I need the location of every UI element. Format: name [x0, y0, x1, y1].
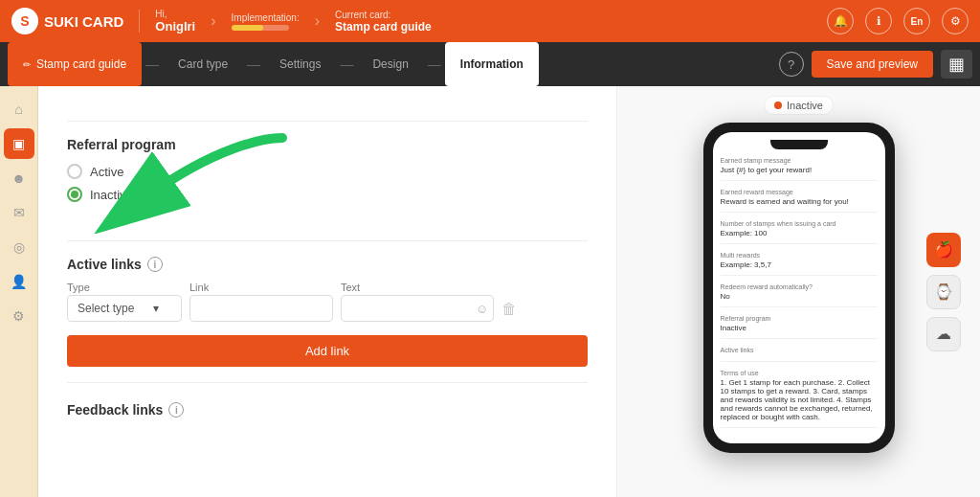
text-input[interactable] [341, 295, 494, 322]
type-select[interactable]: Select type ▾ [67, 295, 182, 322]
phone-row-value: Reward is earned and waiting for you! [721, 197, 878, 206]
side-actions: 🍎 ⌚ ☁ [926, 233, 961, 351]
sidebar-cards[interactable]: ▣ [4, 128, 34, 159]
type-field-group: Type Select type ▾ [67, 282, 182, 322]
phone-preview-row: Multi rewardsExample: 3,5,7 [721, 252, 878, 276]
impl-progress-fill [232, 25, 263, 31]
status-dot [774, 102, 782, 109]
add-link-button[interactable]: Add link [67, 335, 588, 367]
apple-wallet-btn[interactable]: 🍎 [926, 233, 961, 267]
active-label: Active [90, 165, 123, 179]
link-form-row: Type Select type ▾ Link Text ☺ [67, 282, 588, 322]
phone-notch [770, 140, 828, 149]
sidebar: ⌂ ▣ ☻ ✉ ◎ 👤 ⚙ [0, 86, 38, 497]
wizard-arrow-4: — [424, 56, 445, 72]
active-links-title-text: Active links [67, 257, 142, 272]
sidebar-messages[interactable]: ✉ [4, 197, 34, 228]
active-radio[interactable] [67, 164, 82, 179]
feedback-info-icon[interactable]: i [168, 402, 184, 418]
phone-row-value: No [721, 292, 878, 301]
phone-preview-row: Number of stamps when issuing a cardExam… [721, 220, 878, 244]
phone-row-value: Example: 3,5,7 [721, 260, 878, 269]
top-divider [67, 121, 588, 122]
phone-row-label: Multi rewards [721, 252, 878, 259]
phone-row-value: Example: 100 [721, 229, 878, 237]
phone-preview-row: Redeem reward automatically?No [721, 283, 878, 307]
current-card-name: Stamp card guide [335, 20, 432, 34]
hi-label: Hi, [155, 9, 195, 19]
inactive-radio[interactable] [67, 187, 82, 202]
delete-link-button[interactable]: 🗑 [501, 301, 517, 317]
sidebar-account[interactable]: 👤 [4, 266, 34, 297]
phone-row-value: 1. Get 1 stamp for each purchase. 2. Col… [721, 378, 878, 421]
type-placeholder: Select type [78, 302, 134, 315]
phone-content: Earned stamp messageJust {#} to get your… [721, 157, 878, 428]
app-name: SUKI CARD [44, 13, 123, 30]
status-badge: Inactive [764, 96, 834, 115]
topbar: S SUKI CARD Hi, OnigIri › Implementation… [0, 0, 980, 42]
sidebar-location[interactable]: ◎ [4, 232, 34, 262]
feedback-header: Feedback links i [67, 402, 588, 418]
middle-divider [67, 240, 588, 241]
phone-preview-row: Earned stamp messageJust {#} to get your… [721, 157, 878, 181]
link-input[interactable] [189, 295, 333, 322]
link-label: Link [189, 282, 333, 293]
chevron-down-icon: ▾ [153, 302, 159, 315]
wizard-step-information[interactable]: Information [445, 42, 539, 86]
wizard-step-stamp-card[interactable]: ✏ Stamp card guide [8, 42, 142, 86]
save-preview-button[interactable]: Save and preview [812, 51, 933, 78]
nav-arrow-right: › [211, 12, 215, 30]
emoji-icon[interactable]: ☺ [476, 302, 488, 316]
phone-preview-row: Earned reward messageReward is earned an… [721, 189, 878, 213]
settings-icon-btn[interactable]: ⚙ [942, 8, 969, 34]
phone-preview-row: Active links [721, 347, 878, 362]
phone-row-value: Inactive [721, 324, 878, 332]
wizard-arrow-2: — [243, 56, 264, 72]
phone-row-label: Redeem reward automatically? [721, 283, 878, 290]
active-links-header: Active links i [67, 257, 588, 272]
wizard-step-card-type[interactable]: Card type [163, 42, 243, 86]
wizard-arrow-3: — [336, 56, 357, 72]
bottom-divider [67, 382, 588, 383]
info-icon-btn[interactable]: ℹ [865, 8, 892, 34]
preview-panel: Inactive Earned stamp messageJust {#} to… [616, 86, 980, 497]
google-pay-btn[interactable]: ☁ [926, 317, 961, 351]
phone-row-label: Terms of use [721, 370, 878, 376]
wizard-step-design[interactable]: Design [357, 42, 423, 86]
sidebar-users[interactable]: ☻ [4, 163, 34, 193]
referral-radio-group: Active Inactive [67, 164, 588, 202]
phone-preview-row: Referral programInactive [721, 315, 878, 339]
impl-progress-bar [232, 25, 289, 31]
type-label: Type [67, 282, 182, 293]
phone-row-label: Number of stamps when issuing a card [721, 220, 878, 227]
phone-mockup: Earned stamp messageJust {#} to get your… [703, 123, 895, 453]
wizard-nav: ✏ Stamp card guide — Card type — Setting… [0, 42, 980, 86]
referral-active-option[interactable]: Active [67, 164, 588, 179]
qr-icon[interactable]: ▦ [941, 50, 972, 79]
text-label: Text [341, 282, 494, 293]
active-links-section: Active links i Type Select type ▾ Link T… [67, 257, 588, 367]
active-links-info-icon[interactable]: i [147, 257, 163, 272]
phone-row-label: Earned reward message [721, 189, 878, 195]
phone-row-label: Earned stamp message [721, 157, 878, 164]
wizard-right-actions: ? Save and preview ▦ [779, 50, 972, 79]
apple-watch-btn[interactable]: ⌚ [926, 275, 961, 309]
language-btn[interactable]: En [903, 8, 930, 34]
sidebar-settings[interactable]: ⚙ [4, 301, 34, 331]
main-layout: ⌂ ▣ ☻ ✉ ◎ 👤 ⚙ Referral program Active In… [0, 86, 980, 497]
referral-inactive-option[interactable]: Inactive [67, 187, 588, 202]
notifications-icon[interactable]: 🔔 [827, 8, 854, 34]
sidebar-home[interactable]: ⌂ [4, 94, 34, 124]
help-button[interactable]: ? [779, 52, 804, 77]
app-logo[interactable]: S SUKI CARD [11, 8, 123, 34]
referral-section: Referral program Active Inactive [67, 137, 588, 202]
impl-label: Implementation: [232, 12, 300, 23]
text-input-wrap: ☺ [341, 295, 494, 322]
phone-screen: Earned stamp messageJust {#} to get your… [713, 132, 885, 443]
referral-title: Referral program [67, 137, 588, 152]
divider [139, 10, 140, 33]
content-area: Referral program Active Inactive [38, 86, 616, 497]
link-field-group: Link [189, 282, 333, 322]
current-card-info: Current card: Stamp card guide [335, 10, 432, 34]
wizard-step-settings[interactable]: Settings [264, 42, 336, 86]
